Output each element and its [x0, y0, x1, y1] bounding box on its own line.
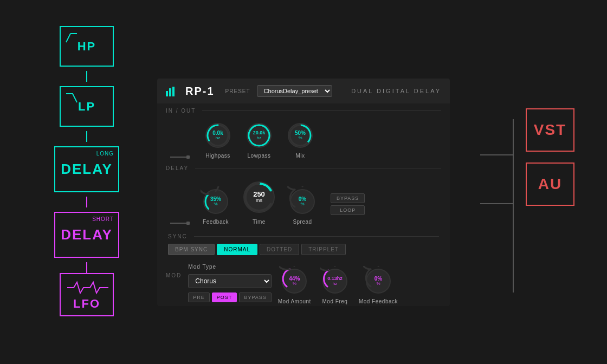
mod-freq-container: 0.13hz hz Mod Freq — [320, 266, 350, 304]
delay-line — [170, 223, 186, 224]
connector-shortdelay-lfo — [86, 262, 87, 273]
lp-block[interactable]: LP — [60, 86, 114, 127]
time-knob-container: 250 ms Time — [240, 178, 279, 225]
mix-label: Mix — [295, 153, 305, 159]
time-value: 250 ms — [253, 191, 265, 204]
mod-type-dropdown[interactable]: Chorus — [188, 274, 271, 288]
highpass-value: 0.0k hz — [212, 130, 223, 141]
sync-section: SYNC BPM SYNC NORMAL DOTTED TRIPPLET — [157, 229, 450, 259]
plugin-window: RP-1 PRESET ChorusDelay_preset DUAL DIGI… — [157, 79, 450, 306]
mod-section: MOD Mod Type Chorus PRE POST BYPASS — [157, 259, 450, 304]
delay-buttons: BYPASS LOOP — [331, 193, 365, 215]
svg-rect-1 — [169, 88, 171, 96]
normal-button[interactable]: NORMAL — [217, 244, 257, 255]
dotted-button[interactable]: DOTTED — [260, 244, 299, 255]
logo-icon — [166, 86, 179, 96]
mod-amount-container: 44% % Mod Amount — [278, 266, 311, 304]
delay-knobs: 35% % Feedback 250 ms — [166, 176, 441, 229]
signal-chain: HP LP LONG DELAY SHORT DELAY LFO — [54, 22, 119, 316]
bypass-button[interactable]: BYPASS — [331, 193, 365, 203]
sync-buttons: BPM SYNC NORMAL DOTTED TRIPPLET — [168, 244, 439, 255]
time-label: Time — [253, 219, 266, 225]
mod-amount-label: Mod Amount — [278, 298, 311, 304]
loop-button[interactable]: LOOP — [331, 205, 365, 215]
vst-connector — [480, 154, 514, 155]
feedback-value: 35% % — [210, 196, 221, 207]
preset-dropdown[interactable]: ChorusDelay_preset — [257, 85, 332, 97]
mod-type-label: Mod Type — [188, 264, 271, 270]
sync-label: SYNC — [168, 233, 439, 239]
short-delay-block[interactable]: SHORT DELAY — [54, 212, 119, 258]
lfo-label: LFO — [73, 297, 100, 311]
in-out-knobs: 0.0k hz Highpass 20.0k hz — [166, 118, 441, 163]
mod-position-buttons: PRE POST BYPASS — [188, 292, 271, 302]
tripplet-button[interactable]: TRIPPLET — [301, 244, 346, 255]
lowpass-knob-container: 20.0k hz Lowpass — [244, 120, 274, 159]
time-knob[interactable]: 250 ms — [240, 178, 279, 217]
svg-rect-2 — [172, 87, 175, 96]
feedback-knob-container: 35% % Feedback — [201, 186, 231, 225]
mod-amount-knob[interactable]: 44% % — [279, 266, 309, 296]
svg-rect-0 — [166, 91, 168, 96]
mod-knobs: 44% % Mod Amount — [278, 266, 398, 304]
vst-block[interactable]: VST — [526, 108, 574, 152]
highpass-knob-container: 0.0k hz Highpass — [203, 120, 233, 159]
spread-knob-container: 0% % Spread — [287, 186, 318, 225]
long-delay-small: LONG — [96, 151, 114, 157]
mix-knob-container: 50% % Mix — [285, 120, 315, 159]
lfo-block[interactable]: LFO — [60, 273, 114, 316]
connector-hp-lp — [86, 71, 87, 82]
delay-label: DELAY — [166, 165, 441, 171]
right-panel: VST AU — [526, 108, 574, 206]
vst-label: VST — [534, 121, 566, 139]
mix-knob[interactable]: 50% % — [285, 120, 315, 151]
au-label: AU — [538, 176, 562, 193]
right-connector-line — [513, 119, 514, 292]
mod-freq-knob[interactable]: 0.13hz hz — [320, 266, 350, 296]
au-block[interactable]: AU — [526, 162, 574, 206]
in-out-line — [170, 157, 186, 158]
feedback-label: Feedback — [203, 219, 229, 225]
bpm-sync-button[interactable]: BPM SYNC — [168, 244, 215, 255]
mod-feedback-label: Mod Feedback — [359, 298, 398, 304]
post-button[interactable]: POST — [212, 292, 237, 302]
spread-value: 0% % — [299, 196, 306, 207]
mod-amount-value: 44% % — [289, 276, 300, 287]
plugin-header: RP-1 PRESET ChorusDelay_preset DUAL DIGI… — [157, 79, 450, 103]
highpass-label: Highpass — [205, 153, 230, 159]
in-out-section: IN / OUT 0.0k hz — [157, 103, 450, 163]
spread-knob[interactable]: 0% % — [287, 186, 318, 217]
pre-button[interactable]: PRE — [188, 292, 210, 302]
connector-longdelay-shortdelay — [86, 197, 87, 207]
hp-block[interactable]: HP — [60, 26, 114, 67]
hp-label: HP — [78, 40, 96, 54]
mod-section-label: MOD — [166, 272, 182, 278]
plugin-subtitle: DUAL DIGITAL DELAY — [351, 88, 441, 94]
mod-feedback-container: 0% % Mod Feedback — [359, 266, 398, 304]
in-out-label: IN / OUT — [166, 108, 441, 114]
short-delay-label: DELAY — [61, 226, 113, 243]
highpass-knob[interactable]: 0.0k hz — [203, 120, 233, 151]
au-connector — [480, 203, 514, 204]
long-delay-label: DELAY — [61, 161, 113, 178]
delay-section: DELAY 35% % — [157, 163, 450, 229]
plugin-name: RP-1 — [185, 85, 215, 98]
mod-feedback-knob[interactable]: 0% % — [363, 266, 393, 296]
lfo-waveform-icon — [66, 280, 109, 296]
mod-freq-label: Mod Freq — [322, 298, 347, 304]
lp-icon — [64, 90, 79, 106]
lowpass-value: 20.0k hz — [253, 131, 266, 141]
feedback-knob[interactable]: 35% % — [201, 186, 231, 217]
mod-feedback-value: 0% % — [374, 276, 382, 287]
mod-freq-value: 0.13hz hz — [327, 276, 343, 287]
lowpass-label: Lowpass — [248, 153, 271, 159]
preset-label: PRESET — [225, 88, 250, 94]
short-delay-small: SHORT — [92, 216, 114, 222]
connector-lp-longdelay — [86, 131, 87, 142]
long-delay-block[interactable]: LONG DELAY — [54, 146, 119, 192]
lp-label: LP — [78, 100, 95, 114]
lowpass-knob[interactable]: 20.0k hz — [244, 120, 274, 151]
hp-icon — [64, 30, 79, 46]
mix-value: 50% % — [295, 130, 306, 141]
mod-bypass-button[interactable]: BYPASS — [239, 292, 271, 302]
